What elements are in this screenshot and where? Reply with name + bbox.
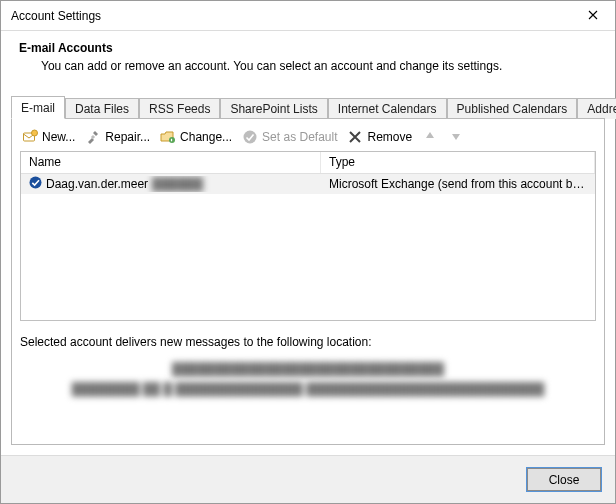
repair-button[interactable]: Repair... [85, 129, 150, 145]
account-name-visible: Daag.van.der.meer [46, 177, 148, 191]
remove-button-label: Remove [367, 130, 412, 144]
remove-button[interactable]: Remove [347, 129, 412, 145]
table-row[interactable]: Daag.van.der.meer██████ Microsoft Exchan… [21, 174, 595, 194]
change-button[interactable]: Change... [160, 129, 232, 145]
new-button[interactable]: New... [22, 129, 75, 145]
tab-rss-feeds[interactable]: RSS Feeds [139, 98, 220, 119]
location-details: ████████████████████████████████ ███████… [20, 359, 596, 400]
tabstrip: E-mail Data Files RSS Feeds SharePoint L… [11, 97, 605, 119]
tab-data-files[interactable]: Data Files [65, 98, 139, 119]
dialog-footer: Close [1, 455, 615, 503]
tab-published-calendars[interactable]: Published Calendars [447, 98, 578, 119]
tools-icon [85, 129, 101, 145]
location-line2: ████████ ██ █ ███████████████ ██████████… [20, 379, 596, 399]
account-name-cell: Daag.van.der.meer██████ [21, 176, 321, 192]
content-area: E-mail Data Files RSS Feeds SharePoint L… [1, 91, 615, 455]
window-close-button[interactable] [570, 1, 615, 31]
new-button-label: New... [42, 130, 75, 144]
location-line1: ████████████████████████████████ [20, 359, 596, 379]
svg-point-1 [32, 130, 38, 136]
titlebar: Account Settings [1, 1, 615, 31]
svg-point-5 [30, 177, 42, 189]
move-up-button [422, 129, 438, 145]
tab-sharepoint-lists[interactable]: SharePoint Lists [220, 98, 327, 119]
table-header: Name Type [21, 152, 595, 174]
set-default-button-label: Set as Default [262, 130, 337, 144]
svg-point-4 [244, 131, 257, 144]
account-settings-window: Account Settings E-mail Accounts You can… [0, 0, 616, 504]
change-button-label: Change... [180, 130, 232, 144]
location-label: Selected account delivers new messages t… [20, 335, 596, 349]
close-icon [588, 9, 598, 23]
location-section: Selected account delivers new messages t… [20, 335, 596, 400]
default-account-check-icon [29, 176, 42, 192]
folder-change-icon [160, 129, 176, 145]
account-name-obscured: ██████ [152, 177, 203, 191]
check-circle-icon [242, 129, 258, 145]
arrow-down-icon [450, 130, 462, 145]
accounts-table: Name Type Daag.van.der.meer██████ Micros… [20, 151, 596, 321]
tab-page-email: New... Repair... [11, 119, 605, 445]
tab-address-books[interactable]: Address Books [577, 98, 616, 119]
close-button[interactable]: Close [527, 468, 601, 491]
set-default-button: Set as Default [242, 129, 337, 145]
tab-internet-calendars[interactable]: Internet Calendars [328, 98, 447, 119]
tab-email[interactable]: E-mail [11, 96, 65, 119]
arrow-up-icon [424, 130, 436, 145]
account-type-cell: Microsoft Exchange (send from this accou… [321, 177, 595, 191]
header-title: E-mail Accounts [19, 41, 597, 55]
header-description: You can add or remove an account. You ca… [41, 59, 597, 73]
toolbar: New... Repair... [20, 127, 596, 151]
column-type[interactable]: Type [321, 152, 595, 173]
column-name[interactable]: Name [21, 152, 321, 173]
window-title: Account Settings [11, 9, 570, 23]
repair-button-label: Repair... [105, 130, 150, 144]
remove-x-icon [347, 129, 363, 145]
move-down-button [448, 129, 464, 145]
mail-new-icon [22, 129, 38, 145]
header-section: E-mail Accounts You can add or remove an… [1, 31, 615, 91]
